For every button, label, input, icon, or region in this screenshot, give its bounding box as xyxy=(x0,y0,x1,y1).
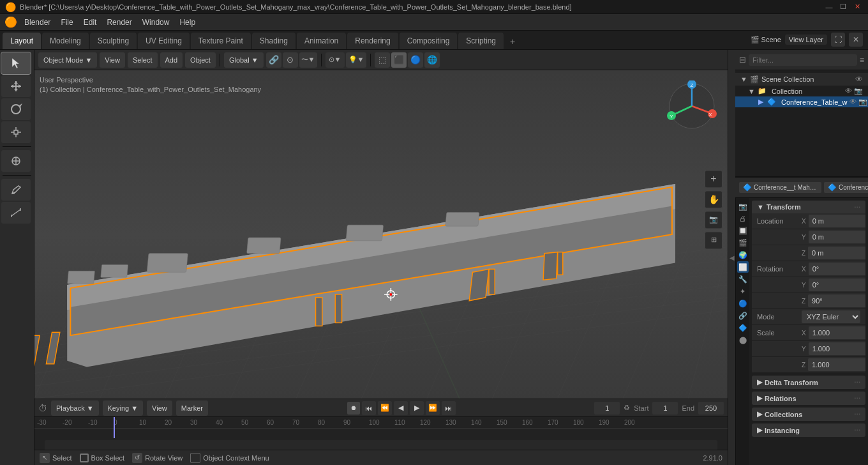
instancing-header[interactable]: ▶ Instancing ⋯ xyxy=(752,423,865,437)
transform-options-icon[interactable]: ⋯ xyxy=(854,204,860,211)
show-overlays-button[interactable]: ⊙▼ xyxy=(326,52,345,68)
view-menu-button[interactable]: View xyxy=(100,52,125,68)
tool-transform[interactable] xyxy=(1,150,31,172)
collection-eye-icon[interactable]: 👁 xyxy=(845,87,852,95)
delta-transform-header[interactable]: ▶ Delta Transform ⋯ xyxy=(752,376,865,389)
timeline-body[interactable]: -30 -20 -10 0 10 20 30 40 50 60 70 80 90… xyxy=(34,417,728,450)
camera-view-button[interactable]: 📷 xyxy=(705,211,722,229)
render-props-tab[interactable]: 📷 xyxy=(737,201,749,212)
object-eye-icon[interactable]: 👁 xyxy=(849,98,857,106)
menu-edit[interactable]: Edit xyxy=(79,15,102,29)
proportional-falloff-icon[interactable]: 〜▼ xyxy=(299,52,317,68)
collection-row[interactable]: ▼ 📁 Collection 👁 📷 xyxy=(735,86,868,96)
collections-header[interactable]: ▶ Collections ⋯ xyxy=(752,408,865,421)
rendered-mode-button[interactable]: 🌐 xyxy=(424,52,440,68)
keying-menu-button[interactable]: Keying ▼ xyxy=(103,400,144,416)
tool-rotate[interactable] xyxy=(1,98,31,120)
close-workspace-button[interactable]: ✕ xyxy=(849,33,863,47)
fullscreen-button[interactable]: ⛶ xyxy=(831,33,845,47)
rotation-x-field[interactable] xyxy=(809,263,865,275)
solid-mode-button[interactable]: ⬛ xyxy=(391,52,407,68)
add-workspace-button[interactable]: + xyxy=(505,34,520,49)
scale-z-field[interactable] xyxy=(808,358,865,371)
play-button[interactable]: ▶ xyxy=(410,401,424,415)
rotation-y-field[interactable] xyxy=(809,278,865,291)
view-layer-props-tab[interactable]: 🔲 xyxy=(737,225,749,236)
marker-button[interactable]: Marker xyxy=(176,400,208,416)
tab-uv-editing[interactable]: UV Editing xyxy=(138,33,190,49)
tab-layout[interactable]: Layout xyxy=(3,33,41,49)
delta-options-icon[interactable]: ⋯ xyxy=(854,379,860,386)
timeline-playhead[interactable] xyxy=(114,417,115,438)
tab-compositing[interactable]: Compositing xyxy=(400,33,458,49)
location-y-field[interactable] xyxy=(809,231,865,243)
filter-icon[interactable]: ≡ xyxy=(860,56,864,65)
active-object-display[interactable]: 🔷 Conference__t Mahogany xyxy=(739,182,821,193)
navigation-gizmo[interactable]: X Y Z xyxy=(666,80,717,132)
tab-rendering[interactable]: Rendering xyxy=(347,33,398,49)
eye-icon[interactable]: 👁 xyxy=(855,75,863,84)
collapse-handle[interactable]: ◀ xyxy=(728,50,735,465)
collections-button[interactable]: ⊞ xyxy=(705,231,722,249)
collection-render-icon[interactable]: 📷 xyxy=(854,87,863,95)
particles-props-tab[interactable]: ✦ xyxy=(737,286,749,297)
output-props-tab[interactable]: 🖨 xyxy=(737,213,749,224)
menu-render[interactable]: Render xyxy=(101,15,137,29)
snap-icon[interactable]: 🔗 xyxy=(266,52,281,68)
menu-help[interactable]: Help xyxy=(174,15,200,29)
tab-modeling[interactable]: Modeling xyxy=(42,33,89,49)
play-reverse-button[interactable]: ◀ xyxy=(394,401,408,415)
timeline-view-button[interactable]: View xyxy=(147,400,172,416)
proportional-edit-icon[interactable]: ⊙ xyxy=(283,52,298,68)
material-props-tab[interactable]: ⬤ xyxy=(737,334,749,346)
tool-annotate[interactable] xyxy=(1,179,31,201)
tab-animation[interactable]: Animation xyxy=(297,33,346,49)
menu-blender[interactable]: Blender xyxy=(19,15,56,29)
view-layer-selector[interactable]: View Layer xyxy=(785,34,827,45)
tab-scripting[interactable]: Scripting xyxy=(458,33,504,49)
zoom-in-button[interactable]: + xyxy=(705,170,722,188)
current-frame-field[interactable] xyxy=(594,402,620,415)
tool-move[interactable] xyxy=(1,75,31,97)
object-props-tab[interactable]: ⬜ xyxy=(737,261,749,273)
render-shading-button[interactable]: 💡▼ xyxy=(346,52,367,68)
playback-menu-button[interactable]: Playback ▼ xyxy=(51,400,99,416)
data-block-selector[interactable]: 🔷 Conference_T...Set_Mahogany 📌 xyxy=(824,182,868,193)
select-menu-button[interactable]: Select xyxy=(128,52,158,68)
scene-props-tab[interactable]: 🎬 xyxy=(737,237,749,248)
location-x-field[interactable] xyxy=(809,215,865,227)
3d-viewport[interactable]: User Perspective (1) Collection | Confer… xyxy=(34,70,728,399)
tab-texture-paint[interactable]: Texture Paint xyxy=(191,33,251,49)
modifier-props-tab[interactable]: 🔧 xyxy=(737,273,749,285)
jump-end-button[interactable]: ⏭ xyxy=(442,401,456,415)
prev-frame-button[interactable]: ⏪ xyxy=(378,401,392,415)
add-menu-button[interactable]: Add xyxy=(160,52,183,68)
start-frame-field[interactable] xyxy=(652,402,678,415)
rotation-z-field[interactable] xyxy=(808,294,865,307)
rotation-mode-select[interactable]: XYZ Euler xyxy=(802,310,860,323)
scale-x-field[interactable] xyxy=(809,326,865,339)
scene-collection-header[interactable]: ▼ 🎬 Scene Collection 👁 xyxy=(735,73,868,86)
scale-y-field[interactable] xyxy=(809,342,865,355)
data-props-tab[interactable]: 🔷 xyxy=(737,322,749,333)
end-frame-field[interactable] xyxy=(698,402,724,415)
outliner-search-input[interactable] xyxy=(749,54,857,66)
physics-props-tab[interactable]: 🔵 xyxy=(737,298,749,309)
wireframe-mode-button[interactable]: ⬚ xyxy=(375,52,390,68)
collections-options-icon[interactable]: ⋯ xyxy=(854,411,860,418)
maximize-button[interactable]: ☐ xyxy=(837,1,849,13)
timeline-bar-area[interactable] xyxy=(45,440,717,450)
object-menu-button[interactable]: Object xyxy=(185,52,216,68)
object-row[interactable]: ▶ 🔷 Conference_Table_w 👁 📷 xyxy=(735,96,868,107)
playhead-dot[interactable]: ⏺ xyxy=(347,402,360,415)
constraints-props-tab[interactable]: 🔗 xyxy=(737,310,749,321)
tab-sculpting[interactable]: Sculpting xyxy=(90,33,137,49)
location-z-field[interactable] xyxy=(808,247,865,259)
instancing-options-icon[interactable]: ⋯ xyxy=(854,427,860,434)
tab-shading[interactable]: Shading xyxy=(252,33,296,49)
relations-options-icon[interactable]: ⋯ xyxy=(854,395,860,402)
object-render-icon[interactable]: 📷 xyxy=(858,98,867,106)
tool-cursor[interactable] xyxy=(1,52,31,74)
relations-header[interactable]: ▶ Relations ⋯ xyxy=(752,392,865,405)
menu-window[interactable]: Window xyxy=(137,15,175,29)
